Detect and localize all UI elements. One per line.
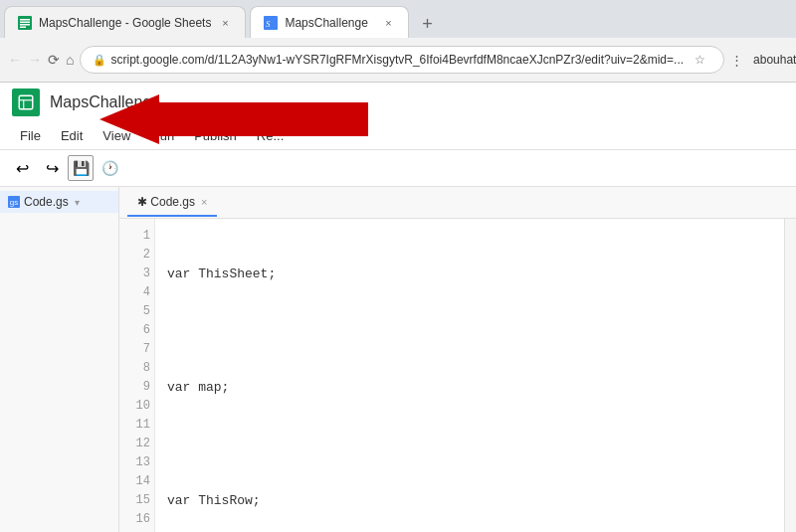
code-line-3: var map; — [167, 378, 772, 397]
svg-rect-4 — [20, 26, 26, 28]
menu-more[interactable]: Re... — [249, 124, 292, 147]
reload-button[interactable]: ⟳ — [48, 46, 60, 74]
clock-button[interactable]: 🕐 — [96, 154, 123, 182]
app-title-bar: MapsChallenge — [0, 83, 796, 122]
bookmark-icon[interactable]: ☆ — [688, 48, 711, 72]
address-input[interactable]: 🔒 script.google.com/d/1L2A3yNw1-wYSR7IgR… — [80, 46, 724, 74]
code-line-2 — [167, 321, 772, 340]
redo-button[interactable]: ↪ — [38, 154, 66, 182]
svg-rect-1 — [20, 19, 30, 21]
app-header: MapsChallenge File Edit View Run Publish… — [0, 83, 796, 150]
address-bar: ← → ⟳ ⌂ 🔒 script.google.com/d/1L2A3yNw1-… — [0, 38, 796, 82]
menu-view[interactable]: View — [95, 124, 138, 147]
app-name: MapsChallenge — [50, 93, 160, 111]
file-panel: gs Code.gs ▾ — [0, 187, 119, 532]
user-email: abouhatab@yahoo.com — [753, 53, 796, 67]
save-button[interactable]: 💾 — [68, 155, 94, 181]
browser-menu-icon[interactable]: ⋮ — [730, 48, 743, 72]
code-line-4 — [167, 435, 772, 453]
code-line-1: var ThisSheet; — [167, 265, 772, 283]
code-content[interactable]: var ThisSheet; var map; var ThisRow; var… — [155, 219, 784, 532]
tab-script-title: MapsChallenge — [285, 16, 374, 30]
tab-sheets-title: MapsChallenge - Google Sheets — [39, 16, 211, 30]
menu-run[interactable]: Run — [142, 124, 182, 147]
code-line-5: var ThisRow; — [167, 491, 772, 510]
editor-container: gs Code.gs ▾ ✱ Code.gs × 1 2 3 4 5 6 7 8 — [0, 187, 796, 532]
file-icon: gs — [8, 196, 20, 208]
home-button[interactable]: ⌂ — [66, 46, 74, 74]
svg-text:S: S — [266, 19, 271, 29]
svg-rect-2 — [20, 21, 30, 23]
line-numbers: 1 2 3 4 5 6 7 8 9 10 11 12 13 14 15 16 1… — [119, 219, 155, 532]
file-dropdown-icon[interactable]: ▾ — [75, 197, 80, 208]
editor-tab-codogs[interactable]: ✱ Code.gs × — [127, 189, 217, 217]
address-text: script.google.com/d/1L2A3yNw1-wYSR7IgRFM… — [110, 53, 684, 67]
svg-rect-7 — [19, 95, 33, 109]
sheets-favicon — [17, 15, 33, 31]
tab-sheets-close[interactable]: × — [217, 15, 233, 31]
vertical-scrollbar[interactable] — [784, 219, 796, 532]
app-icon — [12, 89, 40, 116]
script-favicon: S — [263, 15, 279, 31]
menu-edit[interactable]: Edit — [53, 124, 91, 147]
undo-button[interactable]: ↩ — [8, 154, 36, 182]
tab-bar: MapsChallenge - Google Sheets × S MapsCh… — [0, 0, 796, 38]
code-editor[interactable]: 1 2 3 4 5 6 7 8 9 10 11 12 13 14 15 16 1… — [119, 219, 796, 532]
editor-main: ✱ Code.gs × 1 2 3 4 5 6 7 8 9 10 11 12 1… — [119, 187, 796, 532]
back-button[interactable]: ← — [8, 46, 22, 74]
tab-script-close[interactable]: × — [380, 15, 396, 31]
browser-chrome: MapsChallenge - Google Sheets × S MapsCh… — [0, 0, 796, 83]
tab-script[interactable]: S MapsChallenge × — [250, 6, 409, 38]
file-item-label: Code.gs — [24, 195, 69, 209]
forward-button[interactable]: → — [28, 46, 42, 74]
svg-rect-3 — [20, 24, 30, 26]
menu-publish[interactable]: Publish — [186, 124, 245, 147]
editor-tab-close[interactable]: × — [201, 196, 207, 208]
address-icons: ☆ — [688, 48, 711, 72]
toolbar: ↩ ↪ 💾 🕐 — [0, 150, 796, 187]
editor-tab-label: ✱ Code.gs — [137, 195, 195, 209]
editor-tab-bar: ✱ Code.gs × — [119, 187, 796, 219]
menu-file[interactable]: File — [12, 124, 49, 147]
new-tab-button[interactable]: + — [413, 10, 441, 38]
file-item-codogs[interactable]: gs Code.gs ▾ — [0, 191, 118, 213]
tab-sheets[interactable]: MapsChallenge - Google Sheets × — [4, 6, 246, 38]
app-menu: File Edit View Run Publish Re... — [0, 122, 796, 149]
